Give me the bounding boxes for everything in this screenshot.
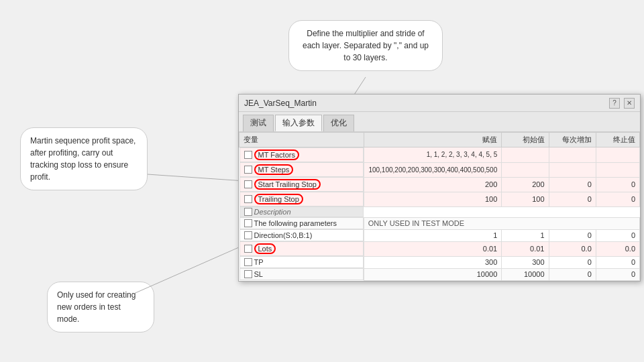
mt-steps-label: MT Steps [254,164,294,175]
row-end-cell [596,162,639,177]
col-header-end: 终止值 [596,133,639,147]
dialog-content: 变量 赋值 初始值 每次增加 终止值 MT Factors 1, [239,132,640,281]
row-checkbox[interactable] [244,258,252,266]
top-callout-text: Define the multiplier and stride of each… [303,29,429,62]
row-checkbox[interactable] [244,180,252,188]
table-row: TP 300 300 0 0 [239,256,640,268]
row-inc-cell: 0.0 [549,241,596,256]
col-header-init: 初始值 [502,133,549,147]
row-value-cell: 100 [364,192,502,206]
mt-factors-label: MT Factors [254,149,299,160]
start-trailing-stop-label: Start Trailing Stop [254,179,321,190]
dialog-window: JEA_VarSeq_Martin ? ✕ 测试 输入参数 优化 变量 赋值 [238,94,641,282]
row-end-cell: 0 [596,256,639,268]
table-row: Trailing Stop 100 100 0 0 [239,192,640,206]
row-name-cell: Direction(S:0,B:1) [239,229,364,241]
row-name-cell: Trailing Stop [239,192,364,206]
row-checkbox[interactable] [244,245,252,253]
row-inc-cell: 0 [549,229,596,241]
bottom-callout-text: Only used for creating new orders in tes… [57,290,136,324]
row-init-cell [502,162,549,177]
trailing-stop-label: Trailing Stop [254,194,303,204]
row-end-cell: 0 [596,177,639,192]
left-callout: Martin sequence profit space, after prof… [20,127,148,190]
table-row: MT Steps 100,100,200,200,300,300,400,400… [239,162,640,177]
row-value-cell: 10000 [364,268,502,280]
row-inc-cell: 0 [549,268,596,280]
row-inc-cell: 0 [549,177,596,192]
row-value-cell: 300 [364,256,502,268]
col-header-inc: 每次增加 [549,133,596,147]
tp-label: TP [254,258,264,266]
bottom-callout: Only used for creating new orders in tes… [47,282,154,333]
row-init-cell: 200 [502,177,549,192]
row-end-cell: 0 [596,229,639,241]
dialog-controls: ? ✕ [609,98,635,109]
row-end-cell: 0 [596,192,639,206]
row-end-cell: 0.0 [596,241,639,256]
row-value-cell: 0.01 [364,241,502,256]
following-params-label: The following parameters [254,219,337,227]
table-row: The following parameters ONLY USED IN TE… [239,217,640,229]
table-row-section: Description [239,206,640,217]
table-row: Direction(S:0,B:1) 1 1 0 0 [239,229,640,241]
row-init-cell: 10000 [502,268,549,280]
row-init-cell: 300 [502,256,549,268]
row-init-cell: 1 [502,229,549,241]
row-init-cell [502,147,549,163]
table-row: MT Factors 1, 1, 2, 2, 3, 3, 4, 4, 5, 5 [239,147,640,163]
table-row: Lots 0.01 0.01 0.0 0.0 [239,241,640,256]
col-header-value: 赋值 [364,133,502,147]
row-name-cell: MT Steps [239,162,364,177]
row-end-cell [596,147,639,163]
table-header-row: 变量 赋值 初始值 每次增加 终止值 [239,133,640,147]
row-end-cell: 0 [596,268,639,280]
row-inc-cell [549,147,596,163]
row-value-cell: 1, 1, 2, 2, 3, 3, 4, 4, 5, 5 [364,147,502,163]
dialog-tabs: 测试 输入参数 优化 [239,112,640,132]
row-name-cell: The following parameters [239,217,364,229]
col-header-variable: 变量 [239,133,364,147]
row-name-cell: SL [239,268,364,280]
help-button[interactable]: ? [609,98,620,109]
row-checkbox[interactable] [244,195,252,203]
params-table: 变量 赋值 初始值 每次增加 终止值 MT Factors 1, [239,132,640,281]
table-row: SL 10000 10000 0 0 [239,268,640,280]
row-value-cell: 1 [364,229,502,241]
row-name-cell: Lots [239,241,364,256]
row-checkbox[interactable] [244,270,252,278]
row-inc-cell: 0 [549,192,596,206]
table-row: Start Trailing Stop 200 200 0 0 [239,177,640,192]
row-checkbox[interactable] [244,166,252,174]
left-callout-text: Martin sequence profit space, after prof… [30,136,136,182]
row-value-cell-span: ONLY USED IN TEST MODE [364,217,639,229]
row-checkbox[interactable] [244,231,252,239]
row-inc-cell [549,162,596,177]
tab-test[interactable]: 测试 [243,115,274,131]
row-name-cell: MT Factors [239,147,364,162]
row-checkbox[interactable] [244,219,252,227]
row-value-cell: 100,100,200,200,300,300,400,400,500,500 [364,162,502,177]
close-button[interactable]: ✕ [624,98,635,109]
description-label: Description [254,208,291,216]
row-init-cell: 100 [502,192,549,206]
top-callout: Define the multiplier and stride of each… [288,20,443,71]
sl-label: SL [254,270,263,278]
dialog-title: JEA_VarSeq_Martin [244,99,317,108]
row-checkbox[interactable] [244,208,252,216]
row-inc-cell: 0 [549,256,596,268]
row-name-cell: TP [239,256,364,268]
tab-input-params[interactable]: 输入参数 [275,115,322,131]
lots-label: Lots [254,243,276,254]
direction-label: Direction(S:0,B:1) [254,231,313,239]
row-name-cell: Start Trailing Stop [239,177,364,192]
dialog-titlebar: JEA_VarSeq_Martin ? ✕ [239,95,640,112]
section-header-cell: Description [239,206,364,217]
row-init-cell: 0.01 [502,241,549,256]
row-checkbox[interactable] [244,151,252,159]
tab-optimize[interactable]: 优化 [323,115,354,131]
row-value-cell: 200 [364,177,502,192]
